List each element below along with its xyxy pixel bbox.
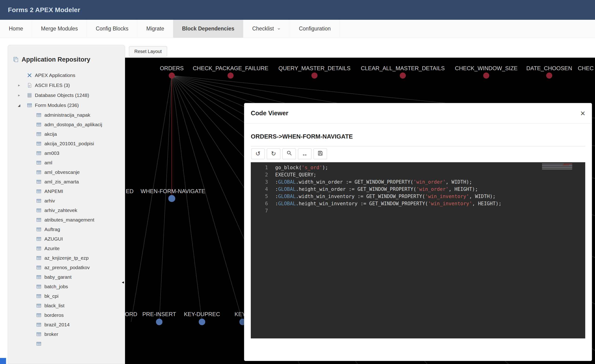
graph-node-label[interactable]: PRE-INSERT (142, 311, 176, 318)
tree-item-az-knjizenje-tp-ezp[interactable]: az_knjizenje_tp_ezp (8, 253, 125, 263)
code-text: :GLOBAL.width_win_order := GET_WINDOW_PR… (268, 178, 472, 186)
form-module-icon (36, 332, 42, 337)
graph-node-label[interactable]: CHECK_PACKAGE_FAILURE (193, 65, 269, 71)
form-module-icon (36, 217, 42, 222)
graph-node-dot[interactable] (169, 72, 175, 79)
graph-node-label[interactable]: ORDERS (160, 65, 184, 71)
tree-item-broker[interactable]: broker (8, 329, 125, 339)
graph-node-label[interactable]: ED (126, 188, 133, 194)
graph-node-label[interactable]: KEY-DUPREC (184, 311, 220, 318)
tab-config-blocks[interactable]: Config Blocks (87, 20, 138, 38)
tree-item-ascii-files-3[interactable]: ▸ASCII FILES (3) (8, 80, 125, 90)
tab-block-dependencies[interactable]: Block Dependencies (173, 20, 243, 38)
application-repository-panel: Application Repository APEX Applications… (8, 45, 125, 364)
form-module-icon (36, 265, 42, 270)
graph-node-dot[interactable] (312, 72, 318, 79)
tree-item-borderos[interactable]: borderos (8, 310, 125, 320)
graph-node-label[interactable]: CHECK_WINDOW_SIZE (455, 65, 517, 71)
code-token-string: 'win_order' (413, 179, 446, 185)
code-text: :GLOBAL.height_win_order := GET_WINDOW_P… (268, 186, 478, 193)
tree-item-azugui[interactable]: AZUGUI (8, 234, 125, 244)
graph-node-label[interactable]: DATE_CHOOSEN (526, 65, 572, 71)
collapse-toggle-icon[interactable]: ◢ (16, 103, 22, 107)
code-token-plain: go_block( (275, 165, 302, 170)
tree-item-form-modules-236[interactable]: ◢Form Modules (236) (8, 100, 125, 110)
tab-merge-modules[interactable]: Merge Modules (32, 20, 87, 38)
reset-layout-button[interactable]: Reset Layout (129, 46, 167, 57)
undo-icon: ↺ (255, 150, 261, 157)
tree-item-black-list[interactable]: black_list (8, 301, 125, 310)
tree-item-label: ANPEMI (44, 188, 63, 194)
app-header: Forms 2 APEX Modeler (0, 0, 595, 20)
tree-item-az-prenos-podatkov[interactable]: az_prenos_podatkov (8, 263, 125, 272)
tree-item-adm-dostopa-do-aplikacij[interactable]: adm_dostopa_do_aplikacij (8, 120, 125, 129)
graph-node-label[interactable]: CHEC (578, 65, 594, 71)
tree-item-brazil-2014[interactable]: brazil_2014 (8, 320, 125, 329)
code-token-keyword: GLOBAL (278, 186, 296, 192)
expand-toggle-icon[interactable]: ▸ (16, 83, 22, 87)
form-module-icon (36, 284, 42, 289)
undo-button[interactable]: ↺ (251, 149, 265, 159)
scroll-corner (0, 358, 6, 364)
code-editor[interactable]: 1go_block('s_ord');2EXECUTE_QUERY;3:GLOB… (251, 162, 585, 338)
editor-minimap[interactable] (542, 164, 572, 170)
tree-item-database-objects-1248[interactable]: ▸Database Objects (1248) (8, 90, 125, 100)
repository-icon (13, 57, 19, 63)
save-button[interactable] (313, 149, 327, 159)
tab-migrate[interactable]: Migrate (138, 20, 173, 38)
tree-item-baby-garant[interactable]: baby_garant (8, 272, 125, 282)
graph-node-dot[interactable] (168, 195, 175, 202)
tree-item-batch-jobs[interactable]: batch_jobs (8, 282, 125, 291)
tree-item-akcija[interactable]: akcija (8, 129, 125, 139)
graph-node-dot[interactable] (156, 319, 163, 325)
tree-item-anpemi[interactable]: ANPEMI (8, 186, 125, 196)
tree-item-am003[interactable]: am003 (8, 148, 125, 158)
tree-item-label: arhiv (44, 198, 55, 204)
graph-node-label[interactable]: QUERY_MASTER_DETAILS (278, 65, 350, 71)
tab-home[interactable]: Home (0, 20, 32, 38)
line-number: 4 (251, 186, 268, 193)
line-number: 3 (251, 178, 268, 186)
graph-node-dot[interactable] (227, 72, 234, 79)
tree-item-partial[interactable] (8, 339, 125, 349)
line-number: 2 (251, 171, 268, 178)
form-module-icon (36, 208, 42, 213)
tree-item-atributes-management[interactable]: atributes_management (8, 215, 125, 225)
line-number: 7 (251, 207, 268, 214)
graph-node-dot[interactable] (400, 72, 406, 79)
tree-item-aml-obvescanje[interactable]: aml_obvescanje (8, 167, 125, 177)
graph-node-label[interactable]: WHEN-FORM-NAVIGATE (141, 188, 205, 194)
graph-node-dot[interactable] (199, 319, 205, 325)
code-line: 1go_block('s_ord'); (251, 164, 585, 171)
tab-configuration[interactable]: Configuration (290, 20, 340, 38)
tree-item-label: AZUGUI (44, 236, 63, 242)
tree-item-arhiv[interactable]: arhiv (8, 196, 125, 206)
tree-item-label: am003 (44, 150, 59, 156)
tree-item-arhiv-zahtevek[interactable]: arhiv_zahtevek (8, 206, 125, 215)
expand-width-button[interactable]: ↔ (298, 149, 312, 159)
code-token-plain: , WIDTH); (469, 194, 496, 199)
graph-node-label[interactable]: CLEAR_ALL_MASTER_DETAILS (361, 65, 445, 71)
redo-icon: ↻ (271, 150, 276, 157)
tree-item-aml-zis-amarta[interactable]: aml_zis_amarta (8, 177, 125, 186)
code-text: go_block('s_ord'); (268, 164, 328, 171)
code-line: 5:GLOBAL.width_win_inventory := GET_WIND… (251, 193, 585, 200)
tree-item-administracija-napak[interactable]: administracija_napak (8, 110, 125, 120)
graph-node-label[interactable]: ORD (125, 311, 137, 318)
tab-label: Migrate (146, 26, 164, 32)
expand-toggle-icon[interactable]: ▸ (16, 93, 22, 97)
graph-node-dot[interactable] (483, 72, 489, 79)
tab-checklist[interactable]: Checklist⌄ (243, 20, 290, 38)
sidebar-collapse-icon[interactable]: ◂ (122, 280, 124, 285)
redo-button[interactable]: ↻ (267, 149, 280, 159)
tree-item-auftrag[interactable]: Auftrag (8, 225, 125, 234)
tree-item-azurite[interactable]: Azurite (8, 244, 125, 253)
tree-item-apex-applications[interactable]: APEX Applications (8, 70, 125, 80)
tree-item-akcija-201001-podpisi[interactable]: akcija_201001_podpisi (8, 139, 125, 148)
close-icon[interactable]: × (580, 109, 585, 118)
tree-item-aml[interactable]: aml (8, 158, 125, 167)
code-area: ↺↻↔ 1go_block('s_ord');2EXECUTE_QUERY;3:… (251, 146, 585, 338)
graph-node-dot[interactable] (546, 72, 552, 79)
tree-item-bk-cpi[interactable]: bk_cpi (8, 291, 125, 301)
search-button[interactable] (282, 149, 296, 159)
